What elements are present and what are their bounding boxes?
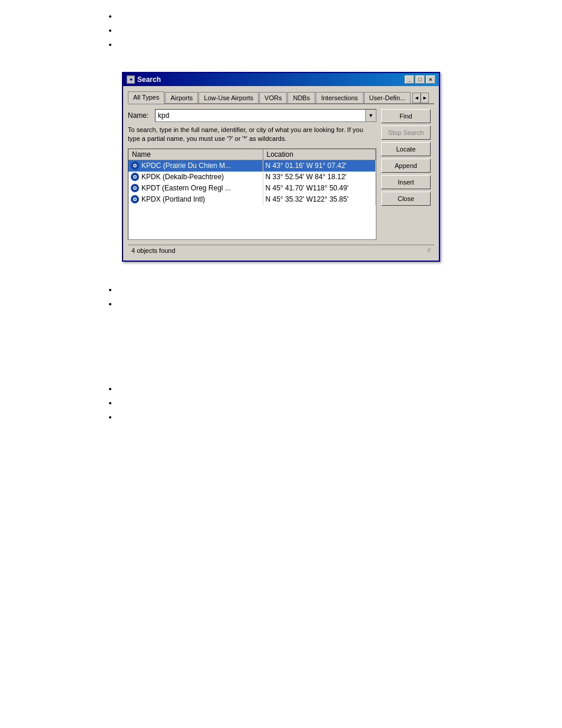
find-button[interactable]: Find bbox=[381, 109, 431, 123]
result-name-text: KPDC (Prairie Du Chien M... bbox=[141, 162, 231, 170]
resize-handle: // bbox=[427, 247, 431, 253]
tab-all-types[interactable]: All Types bbox=[128, 91, 164, 104]
result-name-cell: KPDT (Eastern Oreg Regl ... bbox=[128, 183, 263, 194]
dialog-body: All Types Airports Low-Use Airports VORs… bbox=[123, 86, 439, 261]
results-table-container[interactable]: Name Location KPDC (Prairie Du Chien M..… bbox=[128, 149, 376, 240]
tab-airports[interactable]: Airports bbox=[165, 92, 198, 103]
mid-bullets bbox=[0, 274, 562, 325]
dialog-title: Search bbox=[137, 75, 161, 84]
status-text: 4 objects found bbox=[131, 247, 176, 254]
airport-nav-icon bbox=[131, 162, 139, 170]
result-location-cell: N 45° 41.70' W118° 50.49' bbox=[263, 183, 375, 194]
bot-bullet-2 bbox=[118, 398, 456, 408]
table-row[interactable]: KPDX (Portland Intl)N 45° 35.32' W122° 3… bbox=[128, 194, 376, 205]
top-bullets bbox=[0, 0, 562, 66]
tab-user-defined[interactable]: User-Defin... bbox=[364, 92, 411, 103]
minimize-button[interactable]: _ bbox=[405, 75, 414, 84]
insert-button[interactable]: Insert bbox=[381, 175, 431, 189]
result-name-text: KPDK (Dekalb-Peachtree) bbox=[141, 173, 224, 181]
tab-intersections[interactable]: Intersections bbox=[316, 92, 363, 103]
result-name-cell: KPDX (Portland Intl) bbox=[128, 194, 263, 205]
name-input[interactable] bbox=[156, 110, 365, 121]
column-header-name: Name bbox=[128, 149, 263, 160]
left-panel: Name: ▼ To search, type in the full name… bbox=[128, 109, 376, 240]
result-name-cell: KPDC (Prairie Du Chien M... bbox=[128, 160, 263, 172]
tabs-container: All Types Airports Low-Use Airports VORs… bbox=[128, 91, 434, 104]
tab-ndbs[interactable]: NDBs bbox=[287, 92, 315, 103]
airport-icon: KPDX (Portland Intl) bbox=[131, 195, 205, 203]
column-header-location: Location bbox=[263, 149, 375, 160]
dialog-container: ✦ Search _ □ × All Types Airports Low-Us… bbox=[0, 66, 562, 274]
tab-scroll-left[interactable]: ◄ bbox=[412, 93, 421, 103]
titlebar-buttons: _ □ × bbox=[405, 75, 435, 84]
titlebar-icon: ✦ bbox=[127, 75, 135, 84]
locate-button[interactable]: Locate bbox=[381, 142, 431, 156]
search-dialog: ✦ Search _ □ × All Types Airports Low-Us… bbox=[122, 72, 440, 262]
name-input-container: ▼ bbox=[155, 109, 376, 122]
name-label: Name: bbox=[128, 111, 151, 120]
name-dropdown-button[interactable]: ▼ bbox=[365, 110, 376, 121]
table-row[interactable]: KPDT (Eastern Oreg Regl ...N 45° 41.70' … bbox=[128, 183, 376, 194]
titlebar-left: ✦ Search bbox=[127, 75, 161, 84]
bullet-item-1 bbox=[118, 12, 456, 21]
status-bar: 4 objects found // bbox=[128, 245, 434, 256]
airport-icon: KPDK (Dekalb-Peachtree) bbox=[131, 173, 224, 181]
help-text: To search, type in the full name, identi… bbox=[128, 126, 376, 144]
result-name-text: KPDX (Portland Intl) bbox=[141, 195, 205, 203]
bottom-bullets bbox=[0, 373, 562, 439]
close-window-button[interactable]: × bbox=[426, 75, 435, 84]
tab-vors[interactable]: VORs bbox=[259, 92, 287, 103]
name-row: Name: ▼ bbox=[128, 109, 376, 122]
result-name-text: KPDT (Eastern Oreg Regl ... bbox=[141, 184, 231, 192]
bot-bullet-3 bbox=[118, 413, 456, 422]
bullet-item-2 bbox=[118, 26, 456, 35]
result-location-cell: N 45° 35.32' W122° 35.85' bbox=[263, 194, 375, 205]
table-row[interactable]: KPDC (Prairie Du Chien M...N 43° 01.16' … bbox=[128, 160, 376, 172]
right-panel: Find Stop Search Locate Append Insert Cl… bbox=[381, 109, 434, 240]
mid-bullet-1 bbox=[118, 285, 456, 295]
dialog-content: Name: ▼ To search, type in the full name… bbox=[128, 109, 434, 240]
mid-bullet-2 bbox=[118, 299, 456, 309]
titlebar: ✦ Search _ □ × bbox=[123, 73, 439, 86]
airport-nav-icon bbox=[131, 195, 139, 203]
airport-icon: KPDT (Eastern Oreg Regl ... bbox=[131, 184, 231, 192]
airport-nav-icon bbox=[131, 184, 139, 192]
tab-low-use-airports[interactable]: Low-Use Airports bbox=[199, 92, 259, 103]
result-location-cell: N 43° 01.16' W 91° 07.42' bbox=[263, 160, 375, 172]
table-row[interactable]: KPDK (Dekalb-Peachtree)N 33° 52.54' W 84… bbox=[128, 172, 376, 183]
tabs-scroll: ◄ ► bbox=[412, 93, 429, 103]
stop-search-button[interactable]: Stop Search bbox=[381, 126, 431, 140]
airport-icon: KPDC (Prairie Du Chien M... bbox=[131, 162, 231, 170]
result-location-cell: N 33° 52.54' W 84° 18.12' bbox=[263, 172, 375, 183]
results-table: Name Location KPDC (Prairie Du Chien M..… bbox=[128, 149, 376, 205]
result-name-cell: KPDK (Dekalb-Peachtree) bbox=[128, 172, 263, 183]
bot-bullet-1 bbox=[118, 384, 456, 394]
table-header-row: Name Location bbox=[128, 149, 376, 160]
close-button[interactable]: Close bbox=[381, 192, 431, 206]
append-button[interactable]: Append bbox=[381, 159, 431, 173]
tab-scroll-right[interactable]: ► bbox=[421, 93, 429, 103]
bullet-item-3 bbox=[118, 40, 456, 50]
airport-nav-icon bbox=[131, 173, 139, 181]
maximize-button[interactable]: □ bbox=[415, 75, 425, 84]
